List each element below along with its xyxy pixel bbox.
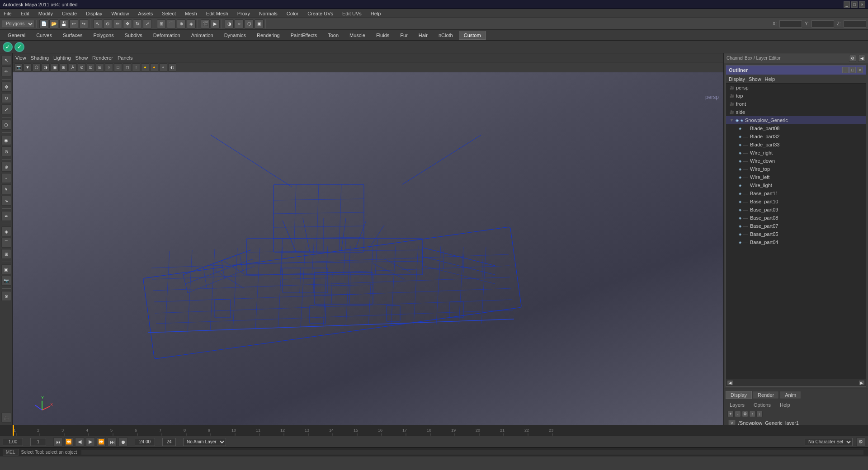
viewport-menu-lighting[interactable]: Lighting bbox=[53, 55, 71, 61]
outliner-item-top[interactable]: 🎥 top bbox=[726, 92, 866, 100]
soft-mod-lt[interactable]: ◉ bbox=[1, 135, 11, 145]
outliner-item-wireright[interactable]: ◈ — Wire_right bbox=[726, 149, 866, 157]
tab-custom[interactable]: Custom bbox=[459, 31, 486, 40]
tab-toon[interactable]: Toon bbox=[323, 31, 344, 40]
step-back-button[interactable]: ⏪ bbox=[64, 437, 73, 446]
outliner-scroll-left[interactable]: ◀ bbox=[727, 380, 733, 385]
go-end-button[interactable]: ⏭ bbox=[108, 437, 117, 446]
outliner-item-blade33[interactable]: ◈ — Blade_part33 bbox=[726, 141, 866, 149]
grease-pencil-lt[interactable]: ✒ bbox=[1, 211, 11, 221]
outliner-item-base07[interactable]: ◈ — Base_part07 bbox=[726, 222, 866, 230]
make-live-lt[interactable]: ◈ bbox=[1, 226, 11, 236]
layer-options[interactable]: ⚙ bbox=[742, 411, 748, 417]
vt-light3[interactable]: ● bbox=[159, 63, 167, 71]
menu-create[interactable]: Create bbox=[60, 10, 79, 17]
viewport-menu-panels[interactable]: Panels bbox=[118, 55, 133, 61]
tab-rendering[interactable]: Rendering bbox=[252, 31, 285, 40]
vt-xray[interactable]: ◻ bbox=[123, 63, 131, 71]
outliner-item-base10[interactable]: ◈ — Base_part10 bbox=[726, 197, 866, 206]
outliner-menu-help[interactable]: Help bbox=[765, 76, 775, 82]
ik-spline-lt[interactable]: ∿ bbox=[1, 196, 11, 206]
snap-lt[interactable]: ⊞ bbox=[1, 249, 11, 259]
z-input[interactable] bbox=[844, 20, 866, 28]
menu-normals[interactable]: Normals bbox=[257, 10, 279, 17]
tab-fluids[interactable]: Fluids bbox=[371, 31, 394, 40]
outliner-item-wireleft[interactable]: ◈ — Wire_left bbox=[726, 173, 866, 181]
vt-shadows[interactable]: ◐ bbox=[168, 63, 176, 71]
ch-tab-anim[interactable]: Anim bbox=[780, 391, 801, 399]
wireframe-btn[interactable]: ⬡ bbox=[245, 19, 254, 28]
paint-tool-lt[interactable]: ✏ bbox=[1, 66, 11, 76]
outliner-item-wirelight[interactable]: ◈ — Wire_light bbox=[726, 181, 866, 189]
menu-display[interactable]: Display bbox=[84, 10, 104, 17]
play-forward-button[interactable]: ▶ bbox=[86, 437, 95, 446]
outliner-item-base09[interactable]: ◈ — Base_part09 bbox=[726, 206, 866, 214]
vt-normals[interactable]: ↑ bbox=[132, 63, 140, 71]
check-icon-2[interactable]: ✓ bbox=[14, 42, 24, 52]
vt-light2[interactable]: ● bbox=[150, 63, 158, 71]
record-button[interactable]: ⏺ bbox=[118, 437, 127, 446]
tab-muscle[interactable]: Muscle bbox=[344, 31, 370, 40]
vt-smooth[interactable]: ○ bbox=[105, 63, 113, 71]
snap-surface[interactable]: ◈ bbox=[187, 19, 196, 28]
layer-move-up[interactable]: ↑ bbox=[749, 411, 755, 417]
ch-subtab-layers[interactable]: Layers bbox=[726, 401, 749, 409]
sculpt-lt[interactable]: ⊙ bbox=[1, 146, 11, 156]
viewport-menu-show[interactable]: Show bbox=[75, 55, 88, 61]
vt-shaded[interactable]: ◑ bbox=[42, 63, 50, 71]
tab-dynamics[interactable]: Dynamics bbox=[219, 31, 251, 40]
ch-tab-display[interactable]: Display bbox=[726, 391, 752, 399]
tab-general[interactable]: General bbox=[3, 31, 30, 40]
timeline-ruler[interactable]: 1 2 3 4 5 6 7 8 9 10 11 12 13 1 bbox=[13, 425, 868, 436]
tab-ncloth[interactable]: nCloth bbox=[434, 31, 458, 40]
shading-btn[interactable]: ◑ bbox=[225, 19, 234, 28]
rotate-tool[interactable]: ↻ bbox=[133, 19, 142, 28]
tab-subdivs[interactable]: Subdivs bbox=[120, 31, 147, 40]
open-button[interactable]: 📂 bbox=[49, 19, 58, 28]
outliner-menu-show[interactable]: Show bbox=[749, 76, 761, 82]
ch-subtab-options[interactable]: Options bbox=[750, 401, 775, 409]
go-start-button[interactable]: ⏮ bbox=[53, 437, 62, 446]
menu-modify[interactable]: Modify bbox=[37, 10, 55, 17]
mode-select[interactable]: Polygons bbox=[2, 20, 34, 28]
scale-tool-lt[interactable]: ⤢ bbox=[1, 104, 11, 114]
ipr-btn[interactable]: ▶ bbox=[211, 19, 220, 28]
scale-tool[interactable]: ⤢ bbox=[143, 19, 152, 28]
outliner-item-wiredown[interactable]: ◈ — Wire_down bbox=[726, 157, 866, 165]
move-tool[interactable]: ✥ bbox=[123, 19, 132, 28]
end-frame-input[interactable] bbox=[135, 438, 155, 446]
vt-grid[interactable]: ⊞ bbox=[60, 63, 68, 71]
vt-rough[interactable]: □ bbox=[114, 63, 122, 71]
redo-button[interactable]: ↪ bbox=[79, 19, 88, 28]
outliner-item-base11[interactable]: ◈ — Base_part11 bbox=[726, 189, 866, 197]
vt-isolate[interactable]: ⊙ bbox=[78, 63, 86, 71]
select-tool[interactable]: ↖ bbox=[93, 19, 102, 28]
vt-textured[interactable]: ▣ bbox=[51, 63, 59, 71]
ik-lt[interactable]: ⊻ bbox=[1, 184, 11, 194]
snap-point[interactable]: ⊕ bbox=[177, 19, 186, 28]
viewport-menu-view[interactable]: View bbox=[15, 55, 26, 61]
menu-help[interactable]: Help bbox=[369, 10, 383, 17]
outliner-maximize[interactable]: □ bbox=[849, 67, 856, 73]
viewport-menu-renderer[interactable]: Renderer bbox=[92, 55, 113, 61]
vt-light1[interactable]: ● bbox=[141, 63, 149, 71]
menu-mesh[interactable]: Mesh bbox=[183, 10, 199, 17]
snap-curve[interactable]: ⌒ bbox=[167, 19, 176, 28]
tab-curves[interactable]: Curves bbox=[31, 31, 57, 40]
menu-edit[interactable]: Edit bbox=[19, 10, 31, 17]
vt-frame-sel[interactable]: ⊟ bbox=[96, 63, 104, 71]
maximize-button[interactable]: □ bbox=[851, 1, 858, 8]
rotate-tool-lt[interactable]: ↻ bbox=[1, 93, 11, 103]
menu-edit-mesh[interactable]: Edit Mesh bbox=[204, 10, 230, 17]
camera-nav-lt[interactable]: 🎥 bbox=[1, 413, 11, 423]
vt-camera[interactable]: 📷 bbox=[14, 63, 23, 71]
render-lt[interactable]: ▣ bbox=[1, 264, 11, 274]
select-tool-lt[interactable]: ↖ bbox=[1, 55, 11, 65]
tab-painteffects[interactable]: PaintEffects bbox=[286, 31, 322, 40]
tab-deformation[interactable]: Deformation bbox=[148, 31, 185, 40]
save-button[interactable]: 💾 bbox=[59, 19, 68, 28]
outliner-scroll-right[interactable]: ▶ bbox=[859, 380, 865, 385]
smooth-btn[interactable]: ○ bbox=[235, 19, 244, 28]
tab-animation[interactable]: Animation bbox=[186, 31, 218, 40]
render-btn[interactable]: 🎬 bbox=[201, 19, 210, 28]
